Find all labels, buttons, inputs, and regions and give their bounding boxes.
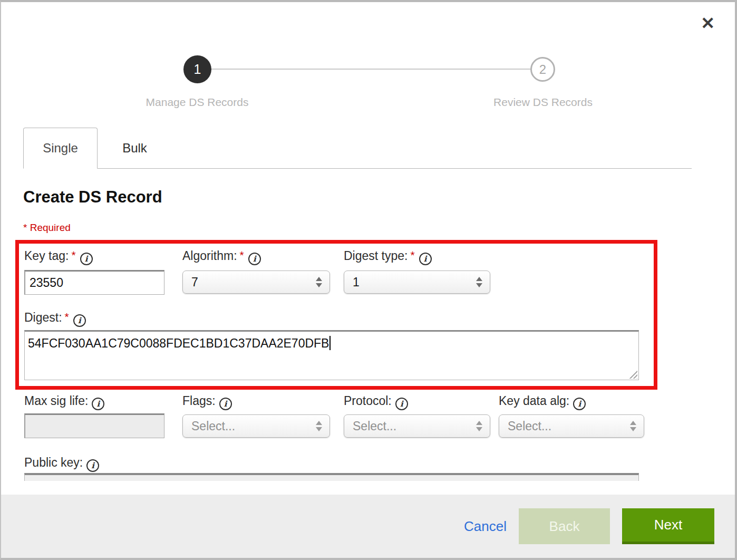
flags-select[interactable]: Select... xyxy=(182,414,330,438)
digest-label-text: Digest: xyxy=(24,311,62,324)
info-icon[interactable]: i xyxy=(92,398,104,410)
required-note: * Required xyxy=(23,222,71,234)
info-icon[interactable]: i xyxy=(219,398,232,410)
select-arrows-icon xyxy=(630,421,636,431)
create-ds-record-modal: ✕ 1 2 Manage DS Records Review DS Record… xyxy=(0,0,737,560)
select-arrows-icon xyxy=(316,277,322,287)
protocol-label-text: Protocol: xyxy=(344,394,392,408)
flags-select-value: Select... xyxy=(183,419,316,433)
digest-type-label: Digest type:*i xyxy=(344,249,432,265)
info-icon[interactable]: i xyxy=(419,253,432,265)
select-arrows-icon xyxy=(476,277,482,287)
step-1-label: Manage DS Records xyxy=(102,96,292,109)
required-asterisk: * xyxy=(240,249,244,261)
key-tag-input[interactable] xyxy=(24,270,164,295)
flags-label-text: Flags: xyxy=(182,394,216,408)
required-asterisk: * xyxy=(410,249,414,261)
max-sig-life-input[interactable] xyxy=(24,413,164,438)
key-data-alg-select-value: Select... xyxy=(499,419,630,433)
back-button[interactable]: Back xyxy=(519,508,610,544)
protocol-label: Protocol:i xyxy=(344,394,408,410)
key-data-alg-label-text: Key data alg: xyxy=(499,394,569,408)
algorithm-label: Algorithm:*i xyxy=(182,249,261,265)
digest-value: 54FCF030AA1C79C0088FDEC1BD1C37DAA2E70DFB xyxy=(28,336,329,350)
info-icon[interactable]: i xyxy=(73,314,86,327)
text-caret xyxy=(329,336,331,350)
required-asterisk: * xyxy=(71,249,75,261)
modal-footer: Cancel Back Next xyxy=(1,495,735,558)
tab-bulk[interactable]: Bulk xyxy=(98,128,172,168)
info-icon[interactable]: i xyxy=(86,459,99,472)
protocol-select[interactable]: Select... xyxy=(344,414,490,438)
digest-type-select-value: 1 xyxy=(344,275,476,289)
max-sig-life-label-text: Max sig life: xyxy=(24,394,88,408)
next-button[interactable]: Next xyxy=(622,508,714,544)
digest-label: Digest:*i xyxy=(24,311,86,327)
step-1-circle: 1 xyxy=(183,55,211,83)
tab-bar: Single Bulk xyxy=(23,128,692,169)
algorithm-select[interactable]: 7 xyxy=(182,271,330,294)
public-key-textarea[interactable] xyxy=(24,473,639,481)
info-icon[interactable]: i xyxy=(80,253,93,265)
info-icon[interactable]: i xyxy=(395,398,408,410)
select-arrows-icon xyxy=(316,421,322,431)
key-tag-label: Key tag:*i xyxy=(24,249,93,265)
close-icon[interactable]: ✕ xyxy=(701,15,715,32)
step-2-circle: 2 xyxy=(530,57,555,82)
protocol-select-value: Select... xyxy=(344,419,476,433)
flags-label: Flags:i xyxy=(182,394,232,410)
max-sig-life-label: Max sig life:i xyxy=(24,394,104,410)
select-arrows-icon xyxy=(476,421,482,431)
key-data-alg-label: Key data alg:i xyxy=(499,394,586,410)
resize-grip-icon[interactable] xyxy=(628,370,637,379)
key-data-alg-select[interactable]: Select... xyxy=(499,414,644,438)
info-icon[interactable]: i xyxy=(248,253,261,265)
digest-textarea[interactable]: 54FCF030AA1C79C0088FDEC1BD1C37DAA2E70DFB xyxy=(24,330,639,380)
tab-single[interactable]: Single xyxy=(23,128,98,169)
page-title: Create DS Record xyxy=(23,188,162,207)
cancel-button[interactable]: Cancel xyxy=(464,518,507,535)
digest-type-label-text: Digest type: xyxy=(344,249,408,263)
stepper-connector xyxy=(197,69,543,70)
info-icon[interactable]: i xyxy=(573,398,586,410)
algorithm-select-value: 7 xyxy=(183,275,316,289)
step-2-label: Review DS Records xyxy=(448,96,638,109)
public-key-label-text: Public key: xyxy=(24,456,83,469)
required-asterisk: * xyxy=(65,311,69,323)
digest-type-select[interactable]: 1 xyxy=(344,271,490,294)
algorithm-label-text: Algorithm: xyxy=(182,249,237,263)
key-tag-label-text: Key tag: xyxy=(24,249,69,263)
public-key-label: Public key:i xyxy=(24,456,99,472)
